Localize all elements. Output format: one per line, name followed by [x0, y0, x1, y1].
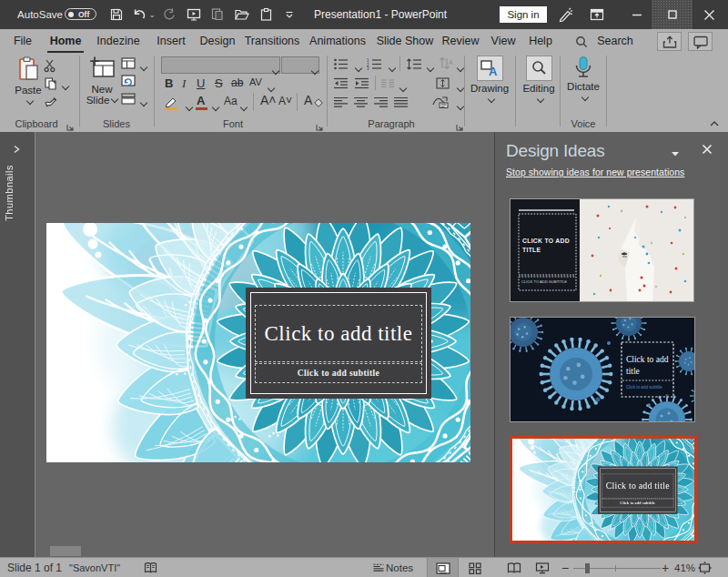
- svg-text:A: A: [449, 59, 453, 66]
- svg-text:CLICK TO ADD: CLICK TO ADD: [522, 238, 570, 244]
- svg-text:CLICK TO ADD SUBTITLE: CLICK TO ADD SUBTITLE: [521, 279, 567, 284]
- svg-text:TITLE: TITLE: [522, 247, 541, 253]
- svg-text:Click to add subtitle: Click to add subtitle: [626, 385, 662, 390]
- svg-text:Click to add: Click to add: [626, 355, 669, 364]
- svg-text:A: A: [489, 65, 498, 78]
- svg-text:3: 3: [367, 66, 369, 71]
- svg-text:title: title: [626, 367, 640, 376]
